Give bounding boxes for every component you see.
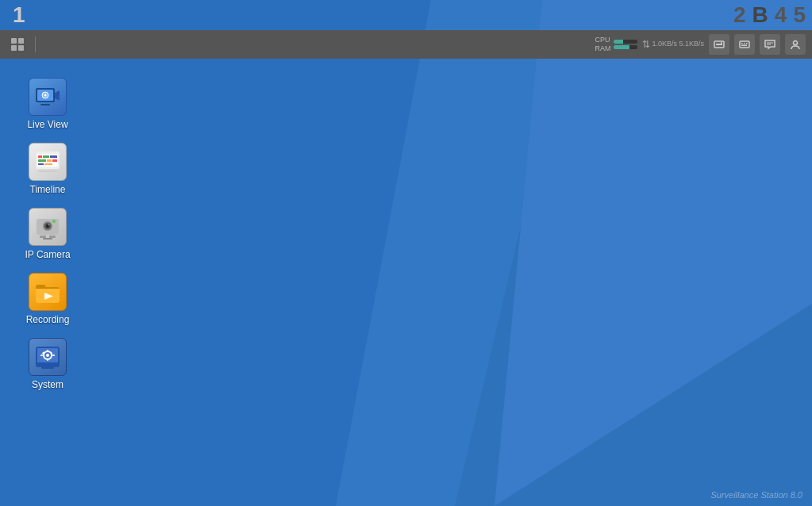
svg-rect-49 [52,355,55,356]
apps-button[interactable] [6,33,29,56]
watermark: Surveillance Station 8.0 [710,490,802,500]
svg-rect-37 [40,236,46,238]
system-icon-image [29,338,67,376]
svg-rect-48 [40,355,43,356]
title-num-4: 4 [775,2,787,28]
svg-rect-0 [11,38,17,44]
svg-rect-8 [741,43,743,44]
watermark-text: Surveillance Station 8.0 [710,490,802,500]
ram-label: RAM [595,44,610,53]
ram-bar-fill [614,45,629,49]
live-view-icon[interactable]: Live View [16,75,79,133]
svg-rect-11 [741,45,747,47]
svg-rect-26 [38,159,46,162]
timeline-label: Timeline [30,184,66,195]
svg-point-19 [44,94,47,97]
svg-rect-25 [50,155,57,158]
toolbar-right: CPU RAM ⇅ 1.0KB/s 5.1KB/s [595,34,806,55]
ip-camera-icon-image [29,208,67,246]
svg-marker-17 [55,90,60,101]
title-numbers-right: 2 B 4 5 [733,2,812,28]
svg-rect-9 [744,43,745,44]
svg-rect-53 [41,367,54,369]
svg-rect-3 [18,45,24,51]
net-up-speed: 5.1KB/s [679,40,704,48]
toolbar: CPU RAM ⇅ 1.0KB/s 5.1KB/s [0,30,812,59]
net-arrow-icon: ⇅ [642,39,650,50]
svg-point-36 [48,224,50,226]
svg-rect-52 [44,366,52,367]
toolbar-divider-1 [35,36,36,52]
live-view-label: Live View [27,119,67,130]
system-label: System [32,379,63,390]
svg-rect-7 [740,41,749,48]
timeline-icon[interactable]: Timeline [16,140,79,198]
svg-rect-23 [38,155,42,158]
title-num-b: B [752,2,768,28]
recording-icon-image [29,273,67,311]
svg-rect-46 [47,350,48,352]
svg-rect-29 [38,163,44,165]
recording-label: Recording [26,314,70,325]
sys-bars [614,40,637,49]
net-down-speed: 1.0KB/s [652,40,677,48]
svg-rect-30 [44,163,52,165]
svg-rect-28 [52,159,57,162]
cpu-bar [614,40,637,44]
title-num-2: 2 [733,2,746,28]
system-icon[interactable]: System [16,335,79,393]
svg-rect-27 [47,159,52,162]
keyboard-button[interactable] [734,34,755,55]
svg-point-40 [52,220,56,223]
svg-point-6 [721,42,722,44]
svg-rect-31 [38,171,57,172]
svg-rect-2 [11,45,17,51]
desktop: Live View Time [0,59,812,506]
user-button[interactable] [785,34,806,55]
net-info-container: ⇅ 1.0KB/s 5.1KB/s [642,39,704,50]
ip-camera-icon[interactable]: IP Camera [16,205,79,263]
cpu-ram-labels: CPU RAM [595,36,610,53]
recording-icon[interactable]: Recording [16,270,79,328]
net-info: 1.0KB/s 5.1KB/s [652,40,704,49]
svg-rect-24 [43,155,49,158]
svg-point-14 [794,41,798,45]
svg-rect-47 [47,358,48,361]
svg-rect-1 [18,38,24,44]
desktop-icons-container: Live View Time [16,75,79,393]
timeline-icon-image [29,143,67,181]
svg-rect-20 [40,104,50,105]
svg-rect-10 [746,43,748,44]
ip-camera-label: IP Camera [25,249,70,260]
svg-rect-39 [43,238,52,240]
cpu-bar-fill [614,40,623,44]
svg-rect-38 [49,236,56,238]
title-num-5: 5 [793,2,806,28]
message-button[interactable] [760,34,780,55]
title-bar: 1 2 B 4 5 [0,0,812,30]
svg-point-45 [46,354,49,357]
live-view-icon-image [29,78,67,116]
toolbar-left [6,33,39,56]
storage-button[interactable] [709,34,729,55]
title-number-left: 1 [0,2,38,28]
ram-bar [614,45,637,49]
cpu-label: CPU [595,36,610,44]
svg-rect-5 [716,44,722,45]
